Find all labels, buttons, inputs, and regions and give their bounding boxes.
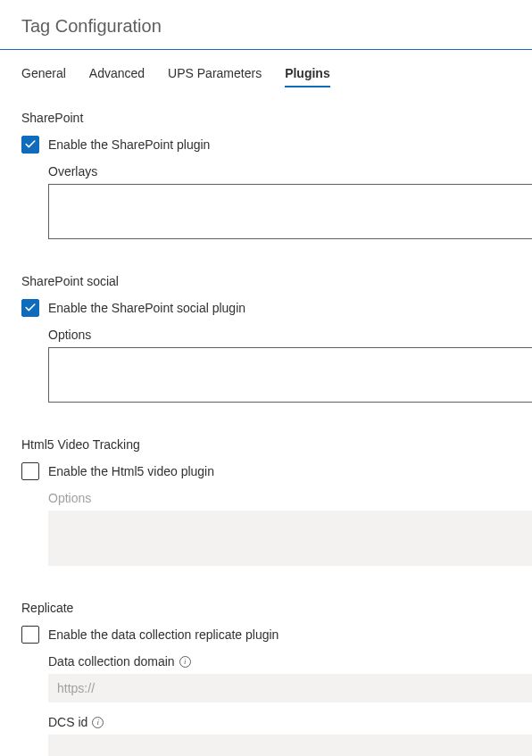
section-title-html5-video: Html5 Video Tracking	[21, 437, 532, 452]
input-data-collection-domain	[48, 674, 532, 702]
info-icon[interactable]: i	[179, 656, 191, 668]
label-options-video: Options	[48, 491, 532, 505]
checkmark-icon	[24, 138, 37, 151]
section-sharepoint: SharePoint Enable the SharePoint plugin …	[21, 111, 532, 242]
content-area: SharePoint Enable the SharePoint plugin …	[0, 87, 532, 756]
input-overlays[interactable]	[48, 184, 532, 239]
checkbox-row-html5-video: Enable the Html5 video plugin	[21, 462, 532, 480]
section-title-replicate: Replicate	[21, 601, 532, 615]
checkbox-label-replicate: Enable the data collection replicate plu…	[48, 627, 278, 642]
tabs-bar: General Advanced UPS Parameters Plugins	[0, 50, 532, 87]
checkbox-row-sharepoint: Enable the SharePoint plugin	[21, 136, 532, 154]
section-html5-video: Html5 Video Tracking Enable the Html5 vi…	[21, 437, 532, 569]
checkbox-row-replicate: Enable the data collection replicate plu…	[21, 626, 532, 644]
checkbox-label-html5-video: Enable the Html5 video plugin	[48, 464, 214, 478]
input-options-social[interactable]	[48, 347, 532, 403]
label-text-domain: Data collection domain	[48, 654, 175, 669]
input-dcs-id	[48, 735, 532, 756]
checkbox-enable-sharepoint[interactable]	[21, 136, 39, 154]
checkbox-row-sharepoint-social: Enable the SharePoint social plugin	[21, 299, 532, 317]
label-options-social: Options	[48, 328, 532, 342]
section-title-sharepoint: SharePoint	[21, 111, 532, 125]
checkbox-label-sharepoint: Enable the SharePoint plugin	[48, 137, 210, 152]
checkbox-label-sharepoint-social: Enable the SharePoint social plugin	[48, 301, 245, 315]
label-dcs-id: DCS id i	[48, 715, 532, 729]
checkbox-enable-html5-video[interactable]	[21, 462, 39, 480]
label-overlays: Overlays	[48, 164, 532, 179]
tab-ups-parameters[interactable]: UPS Parameters	[168, 66, 262, 87]
checkmark-icon	[24, 302, 37, 314]
label-data-collection-domain: Data collection domain i	[48, 654, 532, 669]
checkbox-enable-sharepoint-social[interactable]	[21, 299, 39, 317]
checkbox-enable-replicate[interactable]	[21, 626, 39, 644]
label-text-dcsid: DCS id	[48, 715, 87, 729]
section-title-sharepoint-social: SharePoint social	[21, 274, 532, 288]
section-sharepoint-social: SharePoint social Enable the SharePoint …	[21, 274, 532, 405]
tab-plugins[interactable]: Plugins	[285, 66, 330, 87]
info-icon[interactable]: i	[92, 717, 104, 728]
section-replicate: Replicate Enable the data collection rep…	[21, 601, 532, 756]
input-options-video	[48, 511, 532, 566]
page-title: Tag Configuration	[0, 0, 532, 49]
tab-general[interactable]: General	[21, 66, 66, 87]
tab-advanced[interactable]: Advanced	[89, 66, 145, 87]
